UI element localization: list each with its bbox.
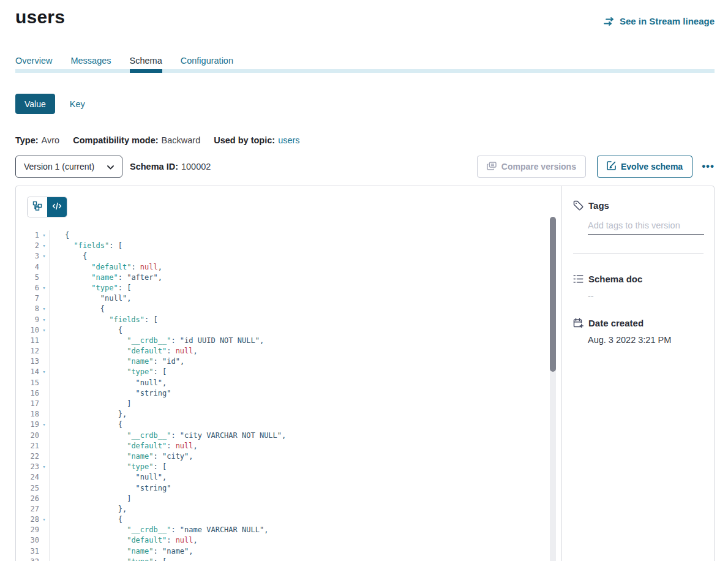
line-number: 2 [16,241,39,251]
schema-page: users See in Stream lineage Overview Mes… [0,6,728,561]
code-line: 24 "null", [16,472,561,483]
fold-spacer [39,346,50,356]
chevron-down-icon [107,162,114,171]
tab-configuration[interactable]: Configuration [181,56,233,73]
code-line: 2▾ "fields": [ [16,241,561,251]
code-line: 6▾ "type": [ [16,283,561,293]
code-line: 25 "string" [16,483,561,494]
tab-schema[interactable]: Schema [130,56,162,73]
line-number: 30 [16,535,39,546]
code-text: "name": "city", [50,451,193,462]
code-text: "__crdb__": "name VARCHAR NULL", [50,525,268,535]
code-text: "__crdb__": "city VARCHAR NOT NULL", [50,431,286,441]
evolve-schema-icon [607,161,616,172]
fold-arrow-icon[interactable]: ▾ [39,462,50,472]
line-number: 29 [16,525,39,535]
code-view-button[interactable] [47,197,67,217]
line-number: 1 [16,230,39,241]
fold-arrow-icon[interactable]: ▾ [39,367,50,377]
fold-arrow-icon[interactable]: ▾ [39,420,50,430]
value-toggle-button[interactable]: Value [15,94,55,114]
tree-view-button[interactable] [28,197,47,217]
code-line: 14▾ "type": [ [16,367,561,377]
tab-bar: Overview Messages Schema Configuration [15,56,715,73]
line-number: 20 [16,431,39,441]
more-options-button[interactable]: ••• [702,164,715,170]
fold-arrow-icon[interactable]: ▾ [39,325,50,336]
code-text: "default": null, [50,441,198,451]
fold-arrow-icon[interactable]: ▾ [39,283,50,293]
fold-spacer [39,388,50,399]
code-lines: 1▾{2▾ "fields": [3▾ {4 "default": null,5… [16,230,561,561]
fold-arrow-icon[interactable]: ▾ [39,251,50,262]
compatibility-mode: Compatibility mode: Backward [73,135,200,145]
code-line: 30 "default": null, [16,535,561,546]
line-number: 4 [16,262,39,273]
fold-arrow-icon[interactable]: ▾ [39,230,50,241]
list-icon [573,274,584,284]
line-number: 21 [16,441,39,451]
code-line: 13 "name": "id", [16,356,561,367]
code-line: 18 }, [16,409,561,420]
code-line: 17 ] [16,399,561,409]
fold-spacer [39,483,50,494]
tab-messages[interactable]: Messages [70,56,111,73]
code-text: }, [50,409,127,420]
sidebar-divider [573,253,704,254]
line-number: 31 [16,546,39,557]
line-number: 3 [16,251,39,262]
code-line: 22 "name": "city", [16,451,561,462]
key-toggle-button[interactable]: Key [70,99,85,109]
line-number: 22 [16,451,39,462]
schema-editor: 1▾{2▾ "fields": [3▾ {4 "default": null,5… [16,186,561,561]
topic-link[interactable]: users [278,135,299,145]
add-tags-input[interactable] [588,219,704,235]
tag-icon [573,200,584,211]
code-line: 20 "__crdb__": "city VARCHAR NOT NULL", [16,431,561,441]
calendar-plus-icon [573,318,584,328]
fold-arrow-icon[interactable]: ▾ [39,557,50,561]
code-text: ] [50,494,131,504]
fold-spacer [39,525,50,535]
line-number: 6 [16,283,39,293]
schema-doc-heading: Schema doc [573,274,704,284]
date-created-section: Date created Aug. 3 2022 3:21 PM [573,318,704,345]
code-text: { [50,514,122,525]
tab-overview[interactable]: Overview [15,56,52,73]
code-text: "name": "name", [50,546,193,557]
see-in-stream-lineage-link[interactable]: See in Stream lineage [604,16,715,26]
fold-arrow-icon[interactable]: ▾ [39,241,50,251]
tree-view-icon [32,201,42,213]
version-toolbar: Version 1 (current) Schema ID: 100002 Co… [15,156,715,178]
line-number: 16 [16,388,39,399]
fold-spacer [39,273,50,283]
fold-arrow-icon[interactable]: ▾ [39,304,50,314]
code-text: "fields": [ [50,241,122,251]
type-value: Avro [42,135,60,145]
code-line: 10▾ { [16,325,561,336]
fold-arrow-icon[interactable]: ▾ [39,514,50,525]
fold-spacer [39,546,50,557]
code-view-icon [52,201,62,213]
compare-versions-button[interactable]: Compare versions [477,156,586,178]
code-text: ] [50,399,131,409]
fold-spacer [39,431,50,441]
line-number: 5 [16,273,39,283]
line-number: 7 [16,293,39,304]
evolve-schema-button[interactable]: Evolve schema [597,156,692,178]
editor-view-toggle [28,197,67,217]
code-line: 15 "null", [16,378,561,388]
fold-arrow-icon[interactable]: ▾ [39,315,50,325]
editor-scrollbar-thumb[interactable] [550,217,556,372]
version-select-value: Version 1 (current) [24,162,94,171]
fold-spacer [39,356,50,367]
fold-spacer [39,494,50,504]
code-text: { [50,251,87,262]
fold-spacer [39,262,50,273]
code-text: "null", [50,472,167,483]
version-select[interactable]: Version 1 (current) [15,156,122,178]
date-created-heading: Date created [573,318,704,328]
schema-panel: 1▾{2▾ "fields": [3▾ {4 "default": null,5… [15,186,715,561]
code-text: "type": [ [50,283,131,293]
compatibility-label: Compatibility mode: [73,135,158,145]
